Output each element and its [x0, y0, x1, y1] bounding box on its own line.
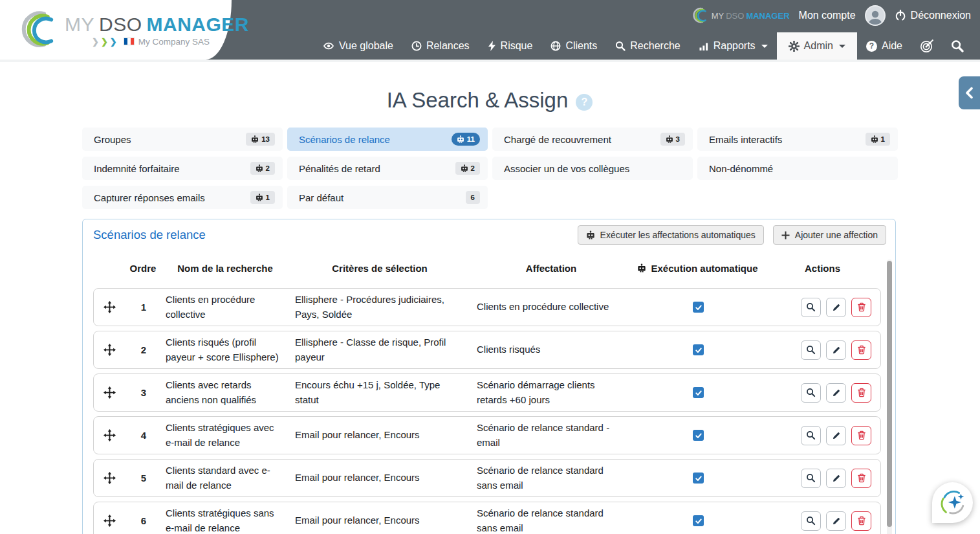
my-account-link[interactable]: Mon compte — [799, 10, 856, 21]
search-name: Clients avec retards anciens non qualifi… — [162, 374, 289, 411]
nav-admin[interactable]: Admin — [777, 32, 857, 60]
filter-button[interactable]: Groupes 13 — [82, 128, 283, 151]
chevron-down-icon — [761, 45, 768, 48]
bolt-icon — [488, 41, 496, 51]
panel-title: Scénarios de relance — [93, 228, 206, 242]
search-icon — [951, 39, 964, 52]
filter-button[interactable]: Indemnité forfaitaire 2 — [82, 157, 283, 180]
auto-execution-checkbox[interactable] — [693, 430, 704, 441]
drag-handle[interactable] — [94, 472, 125, 484]
table-row: 3 Clients avec retards anciens non quali… — [93, 373, 881, 412]
chevron-icon: ❯ — [110, 38, 117, 46]
add-assignment-button[interactable]: Ajouter une affection — [773, 225, 886, 245]
nav-clients[interactable]: Clients — [541, 32, 606, 60]
filter-label: Associer un de vos collègues — [504, 163, 629, 174]
drag-handle[interactable] — [94, 301, 125, 313]
top-header: MY DSO MANAGER ❯ ❯ ❯ My Company SAS MY D… — [0, 0, 980, 60]
nav-recherche[interactable]: Recherche — [606, 32, 689, 60]
robot-icon — [666, 135, 673, 143]
search-name: Clients standard avec e-mail de relance — [162, 460, 289, 496]
filter-button[interactable]: Chargé de recouvrement 3 — [492, 128, 693, 151]
delete-button[interactable] — [851, 298, 871, 317]
logout-button[interactable]: Déconnexion — [895, 10, 971, 21]
target-icon — [920, 39, 934, 53]
view-button[interactable] — [801, 298, 821, 317]
auto-execution-checkbox[interactable] — [693, 344, 704, 355]
logo-arcs-icon — [17, 8, 60, 51]
order-number: 3 — [125, 387, 162, 398]
table-header: Ordre Nom de la recherche Critères de sé… — [83, 250, 895, 285]
help-icon[interactable]: ? — [576, 94, 593, 111]
filter-button[interactable]: Par défaut 6 — [287, 186, 488, 209]
nav-relances[interactable]: Relances — [402, 32, 479, 60]
count-badge: 13 — [246, 133, 275, 146]
nav-rapports[interactable]: Rapports — [690, 32, 777, 60]
global-search-button[interactable] — [942, 32, 972, 60]
check-icon — [695, 304, 702, 311]
filter-button[interactable]: Pénalités de retard 2 — [287, 157, 488, 180]
mini-logo: MY DSO MANAGER — [691, 6, 790, 25]
delete-button[interactable] — [851, 469, 871, 488]
view-button[interactable] — [801, 426, 821, 445]
view-button[interactable] — [801, 469, 821, 488]
delete-button[interactable] — [851, 340, 871, 360]
delete-button[interactable] — [851, 383, 871, 403]
view-button[interactable] — [801, 340, 821, 360]
edit-button[interactable] — [826, 426, 846, 445]
robot-icon — [251, 135, 259, 143]
trash-icon — [857, 388, 866, 397]
main-nav: Vue globale Relances Risque Clients — [314, 32, 972, 60]
drag-handle[interactable] — [94, 386, 125, 399]
scrollbar-thumb[interactable] — [887, 261, 892, 527]
view-button[interactable] — [801, 511, 821, 531]
edit-button[interactable] — [826, 340, 846, 360]
view-button[interactable] — [801, 383, 821, 403]
filter-button[interactable]: Capturer réponses emails 1 — [82, 186, 283, 209]
drag-handle[interactable] — [94, 344, 125, 356]
nav-vue-globale[interactable]: Vue globale — [314, 32, 402, 60]
check-icon — [695, 517, 702, 525]
search-icon — [806, 516, 816, 526]
nav-aide[interactable]: ? Aide — [857, 32, 911, 60]
move-icon — [103, 344, 116, 356]
auto-execution-checkbox[interactable] — [693, 473, 704, 484]
order-number: 2 — [125, 344, 162, 355]
auto-execution-checkbox[interactable] — [693, 515, 704, 526]
bar-chart-icon — [699, 41, 709, 51]
edit-button[interactable] — [826, 298, 846, 317]
edit-button[interactable] — [826, 469, 846, 488]
eye-icon — [323, 41, 334, 51]
delete-button[interactable] — [851, 511, 871, 531]
filter-button[interactable]: Emails interactifs 1 — [697, 128, 898, 151]
selection-criteria: Ellisphere - Classe de risque, Profil pa… — [289, 331, 472, 368]
filter-button[interactable]: Non-dénommé — [697, 157, 898, 180]
logo-arcs-icon — [691, 6, 709, 25]
search-name: Clients risqués (profil payeur + score E… — [162, 331, 289, 368]
table-scrollbar[interactable] — [887, 260, 892, 534]
assignment-value: Scénario de relance standard sans email — [472, 460, 632, 496]
filter-label: Non-dénommé — [709, 163, 773, 174]
auto-execution-checkbox[interactable] — [693, 302, 704, 313]
selection-criteria: Email pour relancer, Encours — [289, 424, 472, 447]
auto-execution-checkbox[interactable] — [693, 387, 704, 398]
count-badge: 3 — [660, 133, 685, 146]
nav-risque[interactable]: Risque — [479, 32, 542, 60]
drag-handle[interactable] — [94, 429, 125, 441]
order-number: 4 — [125, 430, 162, 441]
assignment-value: Clients risqués — [472, 339, 632, 361]
drag-handle[interactable] — [94, 515, 125, 527]
clock-icon — [411, 41, 422, 51]
ai-sparkle-logo-icon — [938, 488, 968, 518]
target-button[interactable] — [911, 32, 942, 60]
edit-button[interactable] — [826, 383, 846, 403]
collapse-side-panel-button[interactable] — [959, 76, 980, 109]
edit-button[interactable] — [826, 511, 846, 531]
filter-button[interactable]: Scénarios de relance 11 — [287, 128, 488, 151]
execute-auto-assignments-button[interactable]: Exécuter les affectations automatiques — [578, 225, 764, 245]
trash-icon — [857, 345, 866, 355]
app-logo[interactable]: MY DSO MANAGER ❯ ❯ ❯ My Company SAS — [0, 0, 232, 60]
ai-assistant-button[interactable] — [932, 482, 973, 523]
filter-button[interactable]: Associer un de vos collègues — [492, 157, 693, 180]
delete-button[interactable] — [851, 426, 871, 445]
avatar[interactable] — [865, 5, 886, 26]
